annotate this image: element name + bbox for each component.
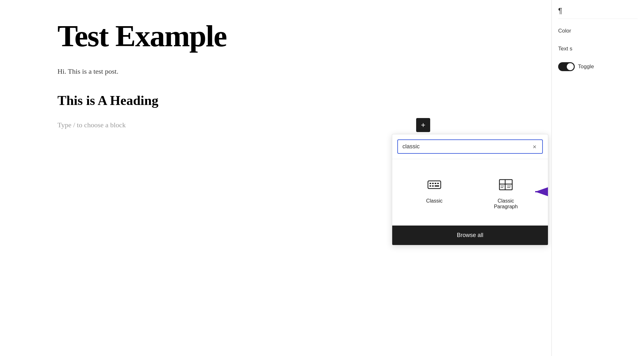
search-container: × bbox=[392, 134, 548, 159]
classic-block-item[interactable]: Classic bbox=[399, 169, 470, 216]
toggle-switch[interactable] bbox=[558, 62, 575, 71]
svg-rect-5 bbox=[430, 185, 431, 187]
classic-paragraph-block-label: ClassicParagraph bbox=[494, 198, 518, 210]
toggle-label: Toggle bbox=[578, 61, 594, 72]
svg-rect-6 bbox=[432, 185, 434, 187]
post-heading[interactable]: This is A Heading bbox=[57, 93, 513, 108]
svg-rect-4 bbox=[437, 183, 439, 184]
classic-block-icon bbox=[425, 175, 444, 194]
toggle-container: Toggle bbox=[558, 61, 638, 72]
browse-all-button[interactable]: Browse all bbox=[392, 226, 548, 245]
svg-rect-0 bbox=[428, 181, 441, 189]
paragraph-icon[interactable]: ¶ bbox=[558, 6, 562, 15]
svg-rect-1 bbox=[430, 183, 431, 184]
post-title[interactable]: Test Example bbox=[57, 19, 513, 53]
add-block-button[interactable]: + bbox=[416, 118, 430, 132]
svg-rect-8 bbox=[499, 180, 512, 190]
post-body[interactable]: Hi. This is a test post. bbox=[57, 66, 513, 77]
classic-paragraph-block-item[interactable]: ClassicParagraph bbox=[470, 169, 542, 216]
svg-rect-7 bbox=[435, 185, 439, 187]
block-placeholder[interactable]: Type / to choose a block bbox=[57, 121, 513, 129]
svg-rect-3 bbox=[435, 183, 436, 184]
block-search-input[interactable] bbox=[402, 143, 531, 150]
editor-area: Test Example Hi. This is a test post. Th… bbox=[0, 0, 551, 356]
search-input-wrapper: × bbox=[397, 139, 543, 154]
blocks-grid: Classic ClassicParagraph bbox=[392, 159, 548, 226]
search-clear-button[interactable]: × bbox=[531, 144, 538, 150]
purple-arrow-indicator bbox=[532, 185, 548, 199]
classic-paragraph-block-icon bbox=[496, 175, 515, 194]
svg-rect-2 bbox=[432, 183, 434, 184]
classic-block-label: Classic bbox=[426, 198, 443, 204]
text-size-label: Text s bbox=[558, 43, 638, 55]
block-inserter-popup: × bbox=[392, 134, 548, 245]
right-sidebar: ¶ Color Text s Toggle bbox=[551, 0, 644, 356]
sidebar-top-icons: ¶ bbox=[558, 6, 638, 19]
color-label: Color bbox=[558, 25, 638, 37]
